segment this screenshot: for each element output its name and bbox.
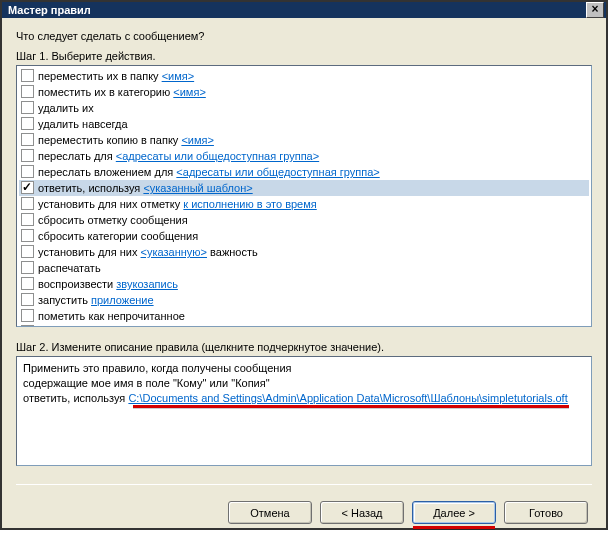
action-checkbox[interactable] <box>21 277 34 290</box>
action-checkbox[interactable] <box>21 181 34 194</box>
desc-line3: ответить, используя C:\Documents and Set… <box>23 391 585 406</box>
action-row[interactable]: переместить копию в папку <имя> <box>19 132 589 148</box>
titlebar: Мастер правил × <box>2 2 606 18</box>
action-param-link[interactable]: <адресаты или общедоступная группа> <box>116 150 319 162</box>
action-param-link[interactable]: <имя> <box>162 70 195 82</box>
action-param-link[interactable]: <имя> <box>173 86 206 98</box>
cancel-button[interactable]: Отмена <box>228 501 312 524</box>
wizard-buttons: Отмена < Назад Далее > Готово <box>16 491 592 524</box>
action-row[interactable]: установить для них <указанную> важность <box>19 244 589 260</box>
description-box: Применить это правило, когда получены со… <box>16 356 592 466</box>
action-label: запустить приложение <box>38 293 154 307</box>
action-row[interactable]: переслать вложением для <адресаты или об… <box>19 164 589 180</box>
action-checkbox[interactable] <box>21 165 34 178</box>
highlight-redline <box>413 526 495 529</box>
action-row[interactable]: сбросить категории сообщения <box>19 228 589 244</box>
action-row[interactable]: установить для них отметку к исполнению … <box>19 196 589 212</box>
action-row[interactable]: воспроизвести звукозапись <box>19 276 589 292</box>
action-row[interactable]: сбросить отметку сообщения <box>19 212 589 228</box>
action-label: удалить навсегда <box>38 117 128 131</box>
action-label: ответить, используя <указанный шаблон> <box>38 181 253 195</box>
template-path-link[interactable]: C:\Documents and Settings\Admin\Applicat… <box>128 392 567 404</box>
action-checkbox[interactable] <box>21 213 34 226</box>
action-row[interactable]: пометить как непрочитанное <box>19 308 589 324</box>
action-label: переслать для <адресаты или общедоступна… <box>38 149 319 163</box>
actions-list[interactable]: переместить их в папку <имя>поместить их… <box>16 65 592 327</box>
action-checkbox[interactable] <box>21 293 34 306</box>
action-checkbox[interactable] <box>21 117 34 130</box>
step1-label: Шаг 1. Выберите действия. <box>16 50 592 62</box>
action-label: сбросить отметку сообщения <box>38 213 188 227</box>
action-param-link[interactable]: к исполнению в это время <box>183 198 316 210</box>
action-param-link[interactable]: <имя> <box>181 134 214 146</box>
action-param-link[interactable]: <указанную> <box>141 246 207 258</box>
action-label: установить для них отметку к исполнению … <box>38 197 317 211</box>
close-icon[interactable]: × <box>586 2 604 18</box>
action-row[interactable]: переместить их в папку <имя> <box>19 68 589 84</box>
action-checkbox[interactable] <box>21 261 34 274</box>
action-checkbox[interactable] <box>21 149 34 162</box>
action-param-link[interactable]: звукозапись <box>116 278 178 290</box>
action-checkbox[interactable] <box>21 85 34 98</box>
back-button[interactable]: < Назад <box>320 501 404 524</box>
action-label: переслать вложением для <адресаты или об… <box>38 165 380 179</box>
step2-label: Шаг 2. Измените описание правила (щелкни… <box>16 341 592 353</box>
action-label: распечатать <box>38 261 101 275</box>
action-row[interactable]: ответить, используя <указанный шаблон> <box>19 180 589 196</box>
action-label: сбросить категории сообщения <box>38 229 198 243</box>
desc-line1: Применить это правило, когда получены со… <box>23 361 585 376</box>
action-checkbox[interactable] <box>21 133 34 146</box>
highlight-redline <box>133 405 569 408</box>
action-checkbox[interactable] <box>21 229 34 242</box>
action-checkbox[interactable] <box>21 197 34 210</box>
finish-button[interactable]: Готово <box>504 501 588 524</box>
window-title: Мастер правил <box>8 4 91 16</box>
action-row[interactable]: распечатать <box>19 260 589 276</box>
action-label: удалить их <box>38 101 94 115</box>
action-checkbox[interactable] <box>21 245 34 258</box>
action-label: поместить их в категорию <имя> <box>38 85 206 99</box>
action-label: пометить как непрочитанное <box>38 309 185 323</box>
action-row[interactable]: удалить навсегда <box>19 116 589 132</box>
prompt-text: Что следует сделать с сообщением? <box>16 30 592 42</box>
action-row[interactable]: удалить их <box>19 100 589 116</box>
action-row[interactable]: запустить приложение <box>19 292 589 308</box>
action-label: воспроизвести звукозапись <box>38 277 178 291</box>
next-button[interactable]: Далее > <box>412 501 496 524</box>
action-row[interactable]: поместить их в категорию <имя> <box>19 84 589 100</box>
desc-line2: содержащие мое имя в поле "Кому" или "Ко… <box>23 376 585 391</box>
action-param-link[interactable]: <адресаты или общедоступная группа> <box>176 166 379 178</box>
action-checkbox[interactable] <box>21 309 34 322</box>
action-label: переместить копию в папку <имя> <box>38 133 214 147</box>
action-row[interactable]: переслать для <адресаты или общедоступна… <box>19 148 589 164</box>
action-checkbox[interactable] <box>21 69 34 82</box>
rules-wizard-window: Мастер правил × Что следует сделать с со… <box>0 0 608 530</box>
action-label: переместить их в папку <имя> <box>38 69 194 83</box>
action-param-link[interactable]: <указанный шаблон> <box>143 182 252 194</box>
action-label: установить для них <указанную> важность <box>38 245 258 259</box>
action-checkbox[interactable] <box>21 101 34 114</box>
action-param-link[interactable]: приложение <box>91 294 154 306</box>
